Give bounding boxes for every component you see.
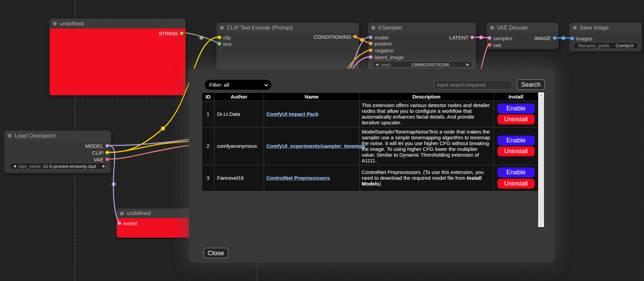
reroute-dot [199,36,203,40]
ext-name-link[interactable]: ComfyUI_experiments/sampler_tonemap [266,143,365,149]
close-button[interactable]: Close [203,248,228,258]
col-header-description: Description [360,93,494,101]
filter-select[interactable]: Filter: all [205,80,271,90]
output-slot-model[interactable] [105,144,109,147]
input-slot-images[interactable] [571,37,574,40]
table-row: 1 Dr.Lt.Data ComfyUI Impact Pack This ex… [202,101,539,127]
node-ksampler[interactable]: KSampler model positive negative latent_… [368,22,476,71]
input-slot-negative[interactable] [369,49,373,52]
output-slot-clip[interactable] [105,151,109,154]
collapse-dot-icon[interactable] [490,26,494,30]
decrement-arrow-icon[interactable]: ◀ [376,63,378,66]
chevron-down-icon [264,82,268,86]
node-title: CLIP Text Encode (Prompt) [227,25,293,31]
ext-id: 2 [202,127,214,165]
filename-prefix-widget[interactable]: filename_prefix ComfyUI [573,42,639,49]
node-body-error: model [117,218,198,238]
ext-author: comfyanonymous [214,127,264,165]
node-vae-decode[interactable]: VAE Decode samples vae IMAGE [486,22,559,49]
output-slot-label: IMAGE [534,35,551,41]
ext-description: ControlNet Preprocessors. (To use this e… [360,165,494,191]
uninstall-button[interactable]: Uninstall [497,179,535,189]
ext-id: 1 [202,101,214,127]
table-header-row: ID Author Name Description Install [202,93,539,101]
collapse-dot-icon[interactable] [371,26,375,30]
node-title-bar: undefined [117,209,198,218]
search-input[interactable] [434,80,512,89]
node-title: KSampler [378,25,402,31]
reroute-dot [562,36,565,40]
seed-widget[interactable]: ◀ seed 156680208700286 ▶ [372,61,473,68]
input-slot-clip[interactable] [218,36,221,39]
extension-table: ID Author Name Description Install 1 Dr.… [202,92,539,191]
output-slot-label: STRING [159,31,178,36]
input-slot-model[interactable] [118,222,121,225]
table-row: 3 Fannovel16 ControlNet Preprocessors Co… [202,165,539,191]
output-slot-string[interactable] [180,32,183,35]
output-slot-label: CLIP [92,150,103,156]
node-load-checkpoint[interactable]: Load Checkpoint MODEL CLIP VAE ◀ ckpt_na… [4,130,111,173]
enable-button[interactable]: Enable [497,136,535,145]
output-slot-vae[interactable] [105,158,109,161]
canvas-axis-line [257,262,257,281]
collapse-dot-icon[interactable] [573,26,577,30]
node-undefined-bottom[interactable]: undefined model [116,208,198,238]
col-header-id: ID [202,93,214,101]
node-title-bar: Load Checkpoint [4,131,111,141]
ext-name-link[interactable]: ControlNet Preprocessors [266,175,330,181]
node-graph-canvas[interactable]: undefined STRING CLIP Text Encode (Promp… [0,0,644,281]
next-arrow-icon[interactable]: ▶ [103,164,105,168]
node-title: undefined [127,210,151,216]
node-title: VAE Decode [497,25,528,31]
filter-select-value: Filter: all [209,82,229,88]
node-title: undefined [60,21,84,27]
input-slot-samples[interactable] [488,36,491,40]
enable-button[interactable]: Enable [497,104,535,113]
output-slot-conditioning[interactable] [353,35,357,38]
collapse-dot-icon[interactable] [53,22,57,25]
scroll-down-icon[interactable]: ▼ [538,222,544,227]
uninstall-button[interactable]: Uninstall [497,115,535,124]
ext-description: This extension offers various detector n… [360,101,494,127]
node-title-bar: Save Image [569,23,642,33]
enable-button[interactable]: Enable [497,168,535,177]
input-slot-latent-image[interactable] [369,55,373,59]
ckpt-name-value: v1-5-pruned-emaonly.ckpt [43,164,96,169]
node-save-image[interactable]: Save Image images filename_prefix ComfyU… [569,22,642,52]
extension-table-scroll-area: ID Author Name Description Install 1 Dr.… [202,92,545,227]
input-slot-text[interactable] [218,42,221,46]
node-title: Save Image [580,25,609,31]
uninstall-button[interactable]: Uninstall [497,146,535,156]
output-slot-label: VAE [94,157,103,162]
scroll-up-icon[interactable]: ▲ [538,93,544,98]
wire-string [186,33,219,43]
ext-author: Fannovel16 [214,165,264,191]
output-slot-image[interactable] [553,36,556,40]
collapse-dot-icon[interactable] [220,26,224,30]
ext-author: Dr.Lt.Data [214,101,264,127]
col-header-name: Name [264,93,360,101]
vertical-scrollbar[interactable]: ▲ ▼ [538,92,544,227]
node-title-bar: CLIP Text Encode (Prompt) [217,23,359,33]
input-slot-vae[interactable] [488,43,491,47]
collapse-dot-icon[interactable] [8,134,12,138]
reroute-dot [112,182,116,186]
seed-value: 156680208700286 [411,62,449,67]
ckpt-name-widget[interactable]: ◀ ckpt_name v1-5-pruned-emaonly.ckpt ▶ [10,163,106,170]
node-title-bar: KSampler [368,23,476,33]
node-body-error: STRING [50,29,185,95]
input-slot-positive[interactable] [369,42,373,45]
prev-arrow-icon[interactable]: ◀ [13,164,16,168]
input-slot-model[interactable] [369,36,373,39]
collapse-dot-icon[interactable] [120,212,124,215]
output-slot-label: LATENT [449,35,468,40]
reroute-dot [161,126,165,130]
output-slot-latent[interactable] [470,36,474,39]
node-undefined-top[interactable]: undefined STRING [49,18,186,95]
ext-name-link[interactable]: ComfyUI Impact Pack [266,111,318,117]
increment-arrow-icon[interactable]: ▶ [466,63,469,66]
node-title-bar: VAE Decode [487,23,558,33]
search-button[interactable]: Search [517,79,545,90]
reroute-dot [479,36,483,39]
scrollbar-thumb[interactable] [539,98,544,222]
